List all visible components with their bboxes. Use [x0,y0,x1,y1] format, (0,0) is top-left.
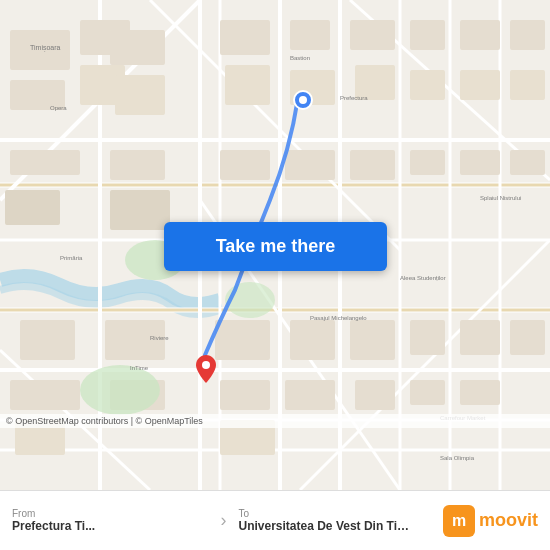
svg-rect-60 [460,20,500,50]
app-container: Timișoara Bastion Prefectura Splaiul Spi… [0,0,550,550]
svg-text:Primăria: Primăria [60,255,83,261]
svg-rect-68 [510,320,545,355]
to-name: Universitatea De Vest Din Timișo... [239,519,419,533]
svg-text:Splaiul Nistrului: Splaiul Nistrului [480,195,521,201]
svg-rect-52 [350,150,395,180]
svg-point-71 [80,365,160,415]
svg-text:Sala Olimpia: Sala Olimpia [440,455,475,461]
svg-rect-28 [10,150,80,175]
svg-rect-33 [110,30,165,65]
svg-rect-50 [350,20,395,50]
svg-point-86 [299,96,307,104]
svg-rect-30 [20,320,75,360]
route-arrow-icon: › [221,510,227,531]
origin-pin [293,90,313,118]
svg-text:Riviere: Riviere [150,335,169,341]
svg-rect-42 [215,320,270,360]
svg-rect-64 [460,380,500,405]
moovit-icon: m [443,505,475,537]
moovit-logo: m moovit [443,505,538,537]
from-name: Prefectura Ti... [12,519,192,533]
svg-rect-29 [5,190,60,225]
moovit-brand-name: moovit [479,510,538,531]
svg-rect-47 [285,150,335,180]
svg-rect-49 [285,380,335,410]
svg-rect-36 [110,190,170,230]
svg-rect-48 [290,320,335,360]
svg-rect-54 [355,380,395,410]
svg-rect-59 [410,380,445,405]
from-label: From [12,508,209,519]
svg-rect-31 [10,380,80,410]
svg-rect-56 [410,70,445,100]
svg-rect-45 [290,20,330,50]
svg-rect-61 [460,70,500,100]
svg-text:Prefectura: Prefectura [340,95,368,101]
svg-text:InTime: InTime [130,365,149,371]
svg-rect-39 [220,20,270,55]
svg-text:Timișoara: Timișoara [30,44,61,52]
svg-rect-66 [510,70,545,100]
svg-rect-40 [225,65,270,105]
svg-rect-34 [115,75,165,115]
svg-rect-41 [220,150,270,180]
copyright-notice: © OpenStreetMap contributors | © OpenMap… [0,414,550,428]
svg-rect-35 [110,150,165,180]
route-from-info: From Prefectura Ti... [12,508,209,533]
svg-text:Aleea Studenților: Aleea Studenților [400,275,446,281]
svg-text:Bastion: Bastion [290,55,310,61]
svg-rect-63 [460,320,500,355]
svg-rect-53 [350,320,395,360]
destination-pin [196,355,216,383]
svg-rect-55 [410,20,445,50]
take-me-there-button[interactable]: Take me there [164,222,387,271]
to-label: To [239,508,436,519]
svg-text:Opera: Opera [50,105,67,111]
route-to-info: To Universitatea De Vest Din Timișo... [239,508,436,533]
svg-rect-43 [220,380,270,410]
svg-rect-57 [410,150,445,175]
svg-point-70 [225,282,275,318]
svg-text:Pasajul Michelangelo: Pasajul Michelangelo [310,315,367,321]
bottom-bar: From Prefectura Ti... › To Universitatea… [0,490,550,550]
svg-rect-67 [510,150,545,175]
svg-rect-58 [410,320,445,355]
svg-rect-65 [510,20,545,50]
svg-rect-62 [460,150,500,175]
map-area: Timișoara Bastion Prefectura Splaiul Spi… [0,0,550,490]
svg-point-87 [202,361,210,369]
